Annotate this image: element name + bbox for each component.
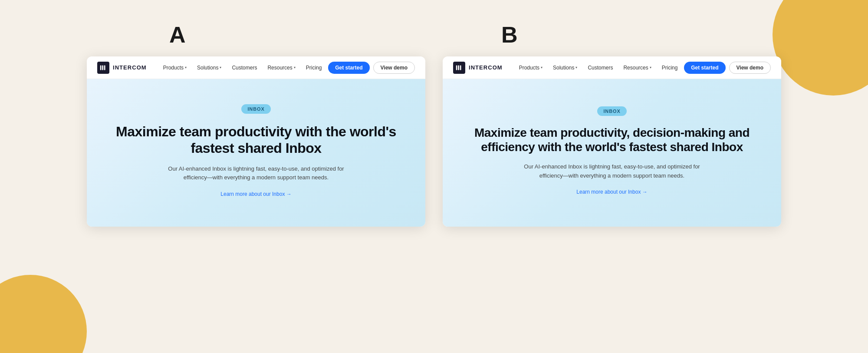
view-demo-button-b[interactable]: View demo [729, 62, 771, 74]
svg-rect-5 [460, 65, 461, 70]
nav-products-b[interactable]: Products ▾ [515, 62, 547, 73]
inbox-badge-a: INBOX [241, 104, 270, 114]
nav-resources-b[interactable]: Resources ▾ [619, 62, 655, 73]
hero-section-b: INBOX Maximize team productivity, decisi… [443, 79, 781, 227]
svg-rect-2 [104, 65, 105, 70]
nav-solutions-a[interactable]: Solutions ▾ [193, 62, 226, 73]
view-demo-button-a[interactable]: View demo [373, 62, 415, 74]
nav-pricing-b[interactable]: Pricing [658, 62, 682, 73]
chevron-resources-b: ▾ [650, 66, 651, 69]
chevron-products-a: ▾ [185, 66, 187, 69]
inbox-badge-b: INBOX [597, 106, 626, 116]
hero-link-a[interactable]: Learn more about our Inbox → [220, 191, 291, 197]
logo-area-a[interactable]: INTERCOM [97, 62, 147, 74]
nav-actions-a: Get started View demo [328, 62, 415, 74]
chevron-products-b: ▾ [541, 66, 542, 69]
hero-subtitle-a: Our AI-enhanced Inbox is lightning fast,… [165, 165, 347, 183]
svg-rect-0 [100, 65, 102, 70]
nav-pricing-a[interactable]: Pricing [302, 62, 326, 73]
logo-text-b: INTERCOM [469, 64, 503, 71]
nav-links-a: Products ▾ Solutions ▾ Customers Resourc… [159, 62, 329, 73]
chevron-solutions-b: ▾ [575, 66, 577, 69]
navbar-a: INTERCOM Products ▾ Solutions ▾ Customer… [87, 56, 425, 79]
nav-solutions-b[interactable]: Solutions ▾ [549, 62, 582, 73]
get-started-button-a[interactable]: Get started [328, 62, 369, 74]
get-started-button-b[interactable]: Get started [684, 62, 725, 74]
hero-title-b: Maximize team productivity, decision-mak… [469, 125, 755, 155]
svg-rect-4 [458, 65, 459, 70]
nav-links-b: Products ▾ Solutions ▾ Customers Resourc… [515, 62, 684, 73]
hero-link-b[interactable]: Learn more about our Inbox → [576, 189, 647, 195]
hero-title-a: Maximize team productivity with the worl… [113, 123, 399, 157]
svg-rect-3 [456, 65, 457, 70]
logo-icon-a [97, 62, 109, 74]
content-wrapper: INTERCOM Products ▾ Solutions ▾ Customer… [0, 0, 868, 353]
logo-area-b[interactable]: INTERCOM [453, 62, 503, 74]
variant-b-card: INTERCOM Products ▾ Solutions ▾ Customer… [443, 56, 781, 227]
navbar-b: INTERCOM Products ▾ Solutions ▾ Customer… [443, 56, 781, 79]
hero-subtitle-b: Our AI-enhanced Inbox is lightning fast,… [521, 162, 703, 181]
chevron-resources-a: ▾ [294, 66, 296, 69]
hero-section-a: INBOX Maximize team productivity with th… [87, 79, 425, 227]
nav-products-a[interactable]: Products ▾ [159, 62, 191, 73]
variant-a-label: A [169, 22, 186, 48]
svg-rect-1 [102, 65, 103, 70]
nav-customers-a[interactable]: Customers [227, 62, 261, 73]
logo-text-a: INTERCOM [113, 64, 147, 71]
nav-actions-b: Get started View demo [684, 62, 771, 74]
nav-resources-a[interactable]: Resources ▾ [263, 62, 299, 73]
logo-icon-b [453, 62, 465, 74]
variant-a-card: INTERCOM Products ▾ Solutions ▾ Customer… [87, 56, 425, 227]
chevron-solutions-a: ▾ [220, 66, 221, 69]
nav-customers-b[interactable]: Customers [583, 62, 617, 73]
variant-b-label: B [501, 22, 518, 48]
